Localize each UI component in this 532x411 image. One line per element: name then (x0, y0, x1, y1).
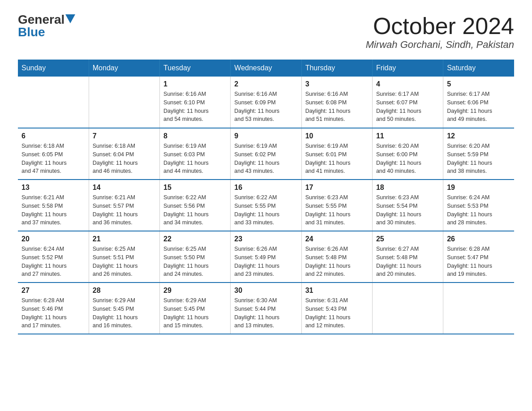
day-number: 15 (163, 184, 227, 192)
day-info: Sunrise: 6:25 AM Sunset: 5:51 PM Dayligh… (93, 245, 156, 278)
day-info: Sunrise: 6:21 AM Sunset: 5:57 PM Dayligh… (93, 193, 156, 227)
svg-marker-0 (65, 14, 75, 23)
calendar-body: 1Sunrise: 6:16 AM Sunset: 6:10 PM Daylig… (18, 77, 514, 334)
day-info: Sunrise: 6:16 AM Sunset: 6:10 PM Dayligh… (163, 90, 227, 124)
weekday-header-cell: Wednesday (231, 60, 301, 77)
calendar-day-cell: 5Sunrise: 6:17 AM Sunset: 6:06 PM Daylig… (443, 77, 514, 128)
calendar-day-cell: 4Sunrise: 6:17 AM Sunset: 6:07 PM Daylig… (372, 77, 443, 128)
calendar-week-row: 20Sunrise: 6:24 AM Sunset: 5:52 PM Dayli… (18, 231, 514, 283)
day-number: 17 (305, 184, 369, 192)
calendar-day-cell (443, 283, 514, 334)
day-info: Sunrise: 6:20 AM Sunset: 5:59 PM Dayligh… (447, 142, 511, 176)
calendar-day-cell: 12Sunrise: 6:20 AM Sunset: 5:59 PM Dayli… (443, 128, 514, 180)
day-info: Sunrise: 6:24 AM Sunset: 5:52 PM Dayligh… (21, 245, 85, 278)
calendar-day-cell (372, 283, 443, 334)
day-info: Sunrise: 6:22 AM Sunset: 5:55 PM Dayligh… (234, 193, 297, 227)
day-info: Sunrise: 6:26 AM Sunset: 5:48 PM Dayligh… (305, 245, 369, 278)
day-info: Sunrise: 6:16 AM Sunset: 6:09 PM Dayligh… (234, 90, 297, 124)
day-number: 13 (21, 184, 85, 192)
day-number: 25 (376, 235, 439, 243)
calendar-day-cell: 13Sunrise: 6:21 AM Sunset: 5:58 PM Dayli… (18, 180, 89, 231)
weekday-header-cell: Sunday (18, 60, 89, 77)
weekday-header-row: SundayMondayTuesdayWednesdayThursdayFrid… (18, 60, 514, 77)
calendar-day-cell: 3Sunrise: 6:16 AM Sunset: 6:08 PM Daylig… (301, 77, 372, 128)
weekday-header-cell: Thursday (301, 60, 372, 77)
day-number: 6 (21, 132, 85, 140)
month-title: October 2024 (366, 13, 514, 39)
calendar-week-row: 6Sunrise: 6:18 AM Sunset: 6:05 PM Daylig… (18, 128, 514, 180)
day-info: Sunrise: 6:24 AM Sunset: 5:53 PM Dayligh… (447, 193, 511, 227)
day-info: Sunrise: 6:26 AM Sunset: 5:49 PM Dayligh… (234, 245, 297, 278)
day-info: Sunrise: 6:18 AM Sunset: 6:05 PM Dayligh… (21, 142, 85, 176)
calendar-week-row: 1Sunrise: 6:16 AM Sunset: 6:10 PM Daylig… (18, 77, 514, 128)
day-info: Sunrise: 6:25 AM Sunset: 5:50 PM Dayligh… (163, 245, 227, 278)
day-number: 27 (21, 287, 85, 295)
calendar-day-cell: 27Sunrise: 6:28 AM Sunset: 5:46 PM Dayli… (18, 283, 89, 334)
weekday-header-cell: Tuesday (160, 60, 231, 77)
day-number: 18 (376, 184, 439, 192)
calendar-day-cell: 29Sunrise: 6:29 AM Sunset: 5:45 PM Dayli… (160, 283, 231, 334)
day-number: 31 (305, 287, 369, 295)
logo: General Blue (18, 13, 75, 39)
calendar-day-cell: 16Sunrise: 6:22 AM Sunset: 5:55 PM Dayli… (231, 180, 301, 231)
day-number: 29 (163, 287, 227, 295)
title-block: October 2024 Mirwah Gorchani, Sindh, Pak… (366, 13, 514, 51)
day-info: Sunrise: 6:21 AM Sunset: 5:58 PM Dayligh… (21, 193, 85, 227)
calendar-day-cell: 7Sunrise: 6:18 AM Sunset: 6:04 PM Daylig… (89, 128, 159, 180)
day-number: 11 (376, 132, 439, 140)
day-number: 26 (447, 235, 511, 243)
calendar-day-cell: 31Sunrise: 6:31 AM Sunset: 5:43 PM Dayli… (301, 283, 372, 334)
day-number: 19 (447, 184, 511, 192)
day-info: Sunrise: 6:17 AM Sunset: 6:07 PM Dayligh… (376, 90, 439, 124)
calendar-week-row: 13Sunrise: 6:21 AM Sunset: 5:58 PM Dayli… (18, 180, 514, 231)
calendar-header: SundayMondayTuesdayWednesdayThursdayFrid… (18, 60, 514, 77)
calendar-day-cell: 15Sunrise: 6:22 AM Sunset: 5:56 PM Dayli… (160, 180, 231, 231)
day-number: 24 (305, 235, 369, 243)
day-number: 9 (234, 132, 297, 140)
calendar-day-cell: 2Sunrise: 6:16 AM Sunset: 6:09 PM Daylig… (231, 77, 301, 128)
day-info: Sunrise: 6:28 AM Sunset: 5:47 PM Dayligh… (447, 245, 511, 278)
day-number: 23 (234, 235, 297, 243)
day-info: Sunrise: 6:19 AM Sunset: 6:01 PM Dayligh… (305, 142, 369, 176)
calendar-day-cell: 6Sunrise: 6:18 AM Sunset: 6:05 PM Daylig… (18, 128, 89, 180)
day-info: Sunrise: 6:20 AM Sunset: 6:00 PM Dayligh… (376, 142, 439, 176)
calendar-day-cell: 21Sunrise: 6:25 AM Sunset: 5:51 PM Dayli… (89, 231, 159, 283)
weekday-header-cell: Saturday (443, 60, 514, 77)
logo-triangle-icon (65, 14, 75, 23)
day-info: Sunrise: 6:16 AM Sunset: 6:08 PM Dayligh… (305, 90, 369, 124)
calendar-day-cell: 1Sunrise: 6:16 AM Sunset: 6:10 PM Daylig… (160, 77, 231, 128)
calendar-day-cell: 9Sunrise: 6:19 AM Sunset: 6:02 PM Daylig… (231, 128, 301, 180)
day-number: 10 (305, 132, 369, 140)
page-header: General Blue October 2024 Mirwah Gorchan… (18, 13, 514, 51)
day-info: Sunrise: 6:29 AM Sunset: 5:45 PM Dayligh… (163, 296, 227, 330)
calendar-day-cell (89, 77, 159, 128)
day-info: Sunrise: 6:31 AM Sunset: 5:43 PM Dayligh… (305, 296, 369, 330)
day-number: 5 (447, 80, 511, 88)
day-number: 30 (234, 287, 297, 295)
calendar-day-cell: 11Sunrise: 6:20 AM Sunset: 6:00 PM Dayli… (372, 128, 443, 180)
calendar-day-cell: 28Sunrise: 6:29 AM Sunset: 5:45 PM Dayli… (89, 283, 159, 334)
calendar-day-cell: 20Sunrise: 6:24 AM Sunset: 5:52 PM Dayli… (18, 231, 89, 283)
day-info: Sunrise: 6:29 AM Sunset: 5:45 PM Dayligh… (93, 296, 156, 330)
weekday-header-cell: Monday (89, 60, 159, 77)
calendar-day-cell: 22Sunrise: 6:25 AM Sunset: 5:50 PM Dayli… (160, 231, 231, 283)
calendar-day-cell (18, 77, 89, 128)
day-info: Sunrise: 6:19 AM Sunset: 6:03 PM Dayligh… (163, 142, 227, 176)
calendar-day-cell: 10Sunrise: 6:19 AM Sunset: 6:01 PM Dayli… (301, 128, 372, 180)
day-info: Sunrise: 6:23 AM Sunset: 5:55 PM Dayligh… (305, 193, 369, 227)
calendar-day-cell: 24Sunrise: 6:26 AM Sunset: 5:48 PM Dayli… (301, 231, 372, 283)
calendar-day-cell: 25Sunrise: 6:27 AM Sunset: 5:48 PM Dayli… (372, 231, 443, 283)
calendar-day-cell: 14Sunrise: 6:21 AM Sunset: 5:57 PM Dayli… (89, 180, 159, 231)
calendar-table: SundayMondayTuesdayWednesdayThursdayFrid… (18, 60, 514, 334)
day-number: 1 (163, 80, 227, 88)
calendar-week-row: 27Sunrise: 6:28 AM Sunset: 5:46 PM Dayli… (18, 283, 514, 334)
day-info: Sunrise: 6:18 AM Sunset: 6:04 PM Dayligh… (93, 142, 156, 176)
day-info: Sunrise: 6:22 AM Sunset: 5:56 PM Dayligh… (163, 193, 227, 227)
calendar-day-cell: 8Sunrise: 6:19 AM Sunset: 6:03 PM Daylig… (160, 128, 231, 180)
day-number: 3 (305, 80, 369, 88)
day-info: Sunrise: 6:28 AM Sunset: 5:46 PM Dayligh… (21, 296, 85, 330)
day-number: 20 (21, 235, 85, 243)
day-number: 16 (234, 184, 297, 192)
day-info: Sunrise: 6:27 AM Sunset: 5:48 PM Dayligh… (376, 245, 439, 278)
day-number: 21 (93, 235, 156, 243)
